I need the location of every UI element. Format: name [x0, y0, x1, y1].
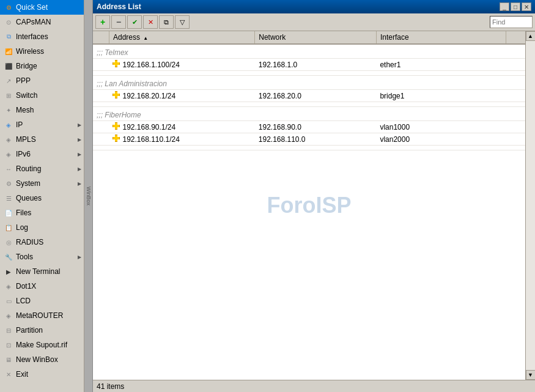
row-address-cell: 192.168.90.1/24 — [109, 121, 254, 133]
sidebar-label-queues: Queues — [16, 194, 80, 202]
sidebar-item-mpls[interactable]: ◈MPLS — [0, 132, 84, 147]
table-spacer-row — [93, 102, 525, 107]
sidebar-item-switch[interactable]: ⊞Switch — [0, 88, 84, 103]
capsman-icon: ⊙ — [4, 17, 13, 27]
quick-set-icon: ⚙ — [4, 2, 13, 12]
mesh-icon: ✦ — [4, 105, 13, 115]
sidebar-label-tools: Tools — [16, 253, 80, 261]
row-check-cell — [93, 59, 109, 71]
winbox-label: WinBox — [86, 187, 92, 205]
main-content: Address List _ □ ✕ + − ✔ ✕ ⧉ — [93, 0, 535, 392]
minimize-button[interactable]: _ — [500, 2, 509, 11]
sidebar-label-make-supout: Make Supout.rif — [16, 341, 80, 349]
table-section-header: ;;; Telmex — [93, 44, 525, 59]
copy-button[interactable]: ⧉ — [159, 15, 174, 29]
disable-button[interactable]: ✕ — [143, 15, 158, 29]
sidebar-item-routing[interactable]: ↔Routing — [0, 161, 84, 176]
sidebar-item-files[interactable]: 📄Files — [0, 205, 84, 220]
sidebar-item-partition[interactable]: ⊟Partition — [0, 323, 84, 338]
sidebar-label-routing: Routing — [16, 165, 80, 173]
scroll-track[interactable] — [526, 41, 535, 370]
sidebar-item-wireless[interactable]: 📶Wireless — [0, 44, 84, 59]
sidebar-label-new-terminal: New Terminal — [16, 267, 80, 276]
remove-icon: − — [116, 17, 121, 27]
sidebar-item-system[interactable]: ⚙System — [0, 176, 84, 191]
remove-button[interactable]: − — [111, 15, 126, 29]
close-button[interactable]: ✕ — [522, 2, 531, 11]
row-extra-cell — [506, 59, 525, 71]
table-row[interactable]: 192.168.1.100/24192.168.1.0ether1 — [93, 59, 525, 71]
check-icon: ✔ — [132, 18, 138, 26]
sidebar-item-interfaces[interactable]: ⧉Interfaces — [0, 29, 84, 44]
sidebar-label-files: Files — [16, 209, 80, 217]
table-container: ForoISP Address ▲ Network — [93, 31, 525, 380]
table-row[interactable]: 192.168.110.1/24192.168.110.0vlan2000 — [93, 133, 525, 146]
window-titlebar: Address List _ □ ✕ — [93, 0, 535, 13]
row-check-cell — [93, 133, 109, 146]
sidebar-item-ppp[interactable]: ↗PPP — [0, 73, 84, 88]
sidebar-item-metarouter[interactable]: ◈MetaROUTER — [0, 308, 84, 323]
make-supout-icon: ⊡ — [4, 340, 13, 350]
sidebar-item-new-winbox[interactable]: 🖥New WinBox — [0, 352, 84, 367]
sidebar-label-log: Log — [16, 223, 80, 232]
ip-icon: ◈ — [4, 120, 13, 130]
address-value: 192.168.20.1/24 — [122, 92, 175, 100]
sidebar-item-lcd[interactable]: ▭LCD — [0, 294, 84, 308]
sidebar-item-bridge[interactable]: ⬛Bridge — [0, 59, 84, 73]
switch-icon: ⊞ — [4, 91, 13, 100]
table-row[interactable]: 192.168.90.1/24192.168.90.0vlan1000 — [93, 121, 525, 133]
winbox-strip: WinBox — [84, 0, 93, 392]
col-interface-header[interactable]: Interface — [376, 31, 506, 44]
sidebar-label-quick-set: Quick Set — [16, 3, 80, 12]
sidebar-item-log[interactable]: 📋Log — [0, 220, 84, 235]
table-header-row: Address ▲ Network Interface — [93, 31, 525, 44]
address-cross-icon — [113, 135, 120, 144]
sidebar-label-system: System — [16, 179, 80, 188]
col-network-header[interactable]: Network — [255, 31, 377, 44]
address-value: 192.168.90.1/24 — [122, 123, 175, 131]
sidebar-label-new-winbox: New WinBox — [16, 355, 80, 364]
sidebar-item-exit[interactable]: ✕Exit — [0, 367, 84, 382]
lcd-icon: ▭ — [4, 296, 13, 306]
sidebar-item-quick-set[interactable]: ⚙Quick Set — [0, 0, 84, 15]
col-check-header — [93, 31, 109, 44]
sidebar-item-new-terminal[interactable]: ▶New Terminal — [0, 264, 84, 279]
metarouter-icon: ◈ — [4, 311, 13, 320]
add-button[interactable]: + — [95, 15, 110, 29]
enable-button[interactable]: ✔ — [127, 15, 142, 29]
sidebar-item-capsman[interactable]: ⊙CAPsMAN — [0, 15, 84, 29]
dot1x-icon: ◈ — [4, 281, 13, 291]
sidebar-item-make-supout[interactable]: ⊡Make Supout.rif — [0, 338, 84, 352]
maximize-button[interactable]: □ — [511, 2, 520, 11]
ipv6-icon: ◈ — [4, 149, 13, 159]
sidebar-item-dot1x[interactable]: ◈Dot1X — [0, 279, 84, 294]
col-extra-header — [506, 31, 525, 44]
sidebar-label-exit: Exit — [16, 370, 80, 379]
address-value: 192.168.110.1/24 — [122, 135, 179, 144]
table-section-header: ;;; Lan Administracion — [93, 76, 525, 90]
table-section-header: ;;; FiberHome — [93, 107, 525, 121]
scroll-down-button[interactable]: ▼ — [526, 370, 536, 380]
col-address-header[interactable]: Address ▲ — [109, 31, 254, 44]
filter-button[interactable]: ▽ — [175, 15, 190, 29]
sidebar-item-tools[interactable]: 🔧Tools — [0, 250, 84, 264]
sidebar-label-metarouter: MetaROUTER — [16, 311, 80, 320]
row-extra-cell — [506, 133, 525, 146]
mpls-icon: ◈ — [4, 135, 13, 144]
ppp-icon: ↗ — [4, 76, 13, 86]
find-input[interactable] — [490, 16, 533, 28]
svg-rect-15 — [113, 137, 119, 139]
sidebar-item-ipv6[interactable]: ◈IPv6 — [0, 147, 84, 161]
sidebar-item-ip[interactable]: ◈IP — [0, 117, 84, 132]
address-cross-icon — [113, 60, 120, 69]
tools-icon: 🔧 — [4, 252, 13, 262]
sidebar-label-radius: RADIUS — [16, 238, 80, 246]
table-row[interactable]: 192.168.20.1/24192.168.20.0bridge1 — [93, 90, 525, 102]
sidebar-item-mesh[interactable]: ✦Mesh — [0, 103, 84, 117]
scroll-up-button[interactable]: ▲ — [526, 31, 536, 41]
sidebar-label-ipv6: IPv6 — [16, 150, 80, 158]
vertical-scrollbar[interactable]: ▲ ▼ — [525, 31, 535, 380]
sidebar-item-radius[interactable]: ◎RADIUS — [0, 235, 84, 250]
sidebar-item-queues[interactable]: ☰Queues — [0, 191, 84, 205]
sidebar-label-mpls: MPLS — [16, 135, 80, 144]
